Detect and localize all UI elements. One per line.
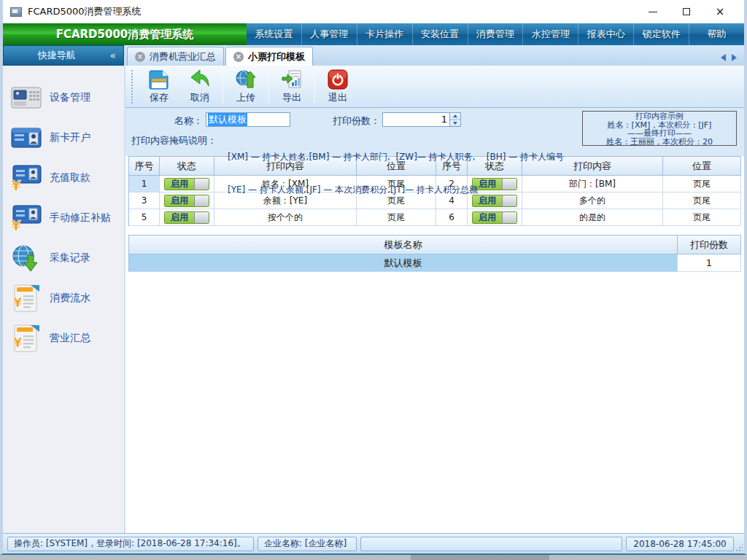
template-name-input[interactable]: 默认模板 (206, 112, 290, 127)
upload-globe-icon (235, 69, 257, 90)
tab-strip: × 消费机营业汇总 × 小票打印模板 (125, 45, 744, 66)
example-title: 打印内容示例 (583, 112, 736, 121)
print-example-box: 打印内容示例 姓名：[XM]，本次积分：[JF] ——最终打印—— 姓名：王丽丽… (582, 111, 737, 146)
template-name-cell[interactable]: 默认模板 (129, 254, 678, 272)
resize-grip[interactable] (735, 545, 743, 552)
toolbar-label: 上传 (236, 91, 255, 104)
enable-toggle[interactable]: 启用 (164, 178, 209, 190)
sidebar-item-new-card[interactable]: 新卡开户 (3, 117, 124, 158)
tab-scroll-left-icon[interactable] (721, 54, 726, 61)
statusbar: 操作员: [SYSTEM]，登录时间: [2018-06-28 17:34:16… (3, 533, 744, 553)
row-no: 5 (129, 209, 160, 226)
tab-close-icon[interactable]: × (135, 52, 145, 62)
template-list-table: 模板名称 打印份数 默认模板 1 (128, 235, 741, 272)
tab-nav (721, 54, 743, 66)
status-cell: 启用 (160, 209, 214, 226)
menu-item-lock-software[interactable]: 锁定软件 (633, 23, 689, 45)
position-cell: 页尾 (663, 176, 741, 192)
menu-item-hr[interactable]: 人事管理 (301, 23, 357, 45)
menu-item-card-ops[interactable]: 卡片操作 (357, 23, 412, 45)
menubar: FCARD5000消费管理系统 系统设置 人事管理 卡片操作 安装位置 消费管理… (3, 23, 744, 45)
toggle-knob (194, 195, 209, 206)
menu-item-help[interactable]: 帮助 (689, 23, 744, 45)
cancel-button[interactable]: 取消 (179, 68, 220, 106)
template-form: 名称： 默认模板 打印份数： 1 打印内容掩码说明： [XM] — 持卡人姓名,… (125, 108, 744, 156)
template-name-value: 默认模板 (208, 113, 247, 126)
exit-button[interactable]: 退出 (317, 68, 358, 106)
print-copies-label: 打印份数： (333, 114, 380, 128)
column-header: 序号 (129, 157, 160, 176)
tab-scroll-right-icon[interactable] (732, 54, 737, 61)
datetime-status: 2018-06-28 17:45:00 (626, 537, 734, 551)
row-no: 1 (129, 176, 160, 192)
tab-label: 消费机营业汇总 (150, 50, 216, 63)
minimize-button[interactable] (636, 0, 670, 23)
enable-toggle[interactable]: 启用 (164, 195, 209, 207)
maximize-button[interactable] (670, 0, 703, 23)
sidebar-item-label: 设备管理 (50, 91, 90, 104)
column-header: 状态 (160, 157, 214, 176)
main-panel: × 消费机营业汇总 × 小票打印模板 (125, 45, 744, 533)
app-window: FCARD5000消费管理系统 × FCARD5000消费管理系统 系统设置 人… (0, 0, 747, 555)
collapse-icon[interactable]: « (109, 50, 123, 61)
close-button[interactable]: × (703, 0, 737, 23)
empty-area (125, 272, 744, 533)
operator-status: 操作员: [SYSTEM]，登录时间: [2018-06-28 17:34:16… (7, 537, 254, 551)
print-copies-stepper[interactable]: 1 (382, 112, 461, 127)
sidebar-item-collect-records[interactable]: 采集记录 (3, 238, 124, 278)
card-yen-icon: ¥ (10, 164, 42, 192)
sidebar-item-label: 消费流水 (50, 292, 90, 305)
template-copies-cell[interactable]: 1 (678, 254, 741, 272)
menu-item-water-control[interactable]: 水控管理 (522, 23, 578, 45)
menu-item-reports[interactable]: 报表中心 (578, 23, 633, 45)
mask-description: [XM] — 持卡人姓名,[BM] — 持卡人部门, [ZW]— 持卡人职务, … (228, 130, 564, 217)
toolbar-label: 保存 (150, 91, 169, 104)
id-card-icon (10, 126, 42, 149)
tab-close-icon[interactable]: × (233, 52, 244, 62)
toolbar-grip[interactable] (131, 70, 134, 104)
app-icon (10, 7, 22, 17)
menu-item-consume-mgmt[interactable]: 消费管理 (468, 23, 523, 45)
sidebar-item-label: 充值取款 (50, 171, 90, 184)
sidebar-item-consume-flow[interactable]: ¥ 消费流水 (3, 278, 124, 318)
svg-text:¥: ¥ (11, 176, 21, 192)
status-cell: 启用 (160, 192, 214, 209)
column-header: 模板名称 (129, 236, 678, 254)
device-terminal-icon (10, 85, 42, 110)
save-button[interactable]: 保存 (139, 68, 179, 106)
menu-item-install-location[interactable]: 安装位置 (412, 23, 468, 45)
sidebar-item-label: 手动修正补贴 (50, 211, 111, 225)
spin-up-icon[interactable] (450, 113, 460, 120)
spin-down-icon[interactable] (450, 120, 460, 127)
sidebar-item-device-mgmt[interactable]: 设备管理 (3, 77, 124, 117)
toolbar: 保存 取消 上传 (125, 66, 744, 108)
sidebar-item-label: 采集记录 (50, 252, 90, 265)
sidebar-title: 快捷导航 (4, 49, 109, 62)
receipt-yen-icon: ¥ (10, 283, 42, 314)
column-header: 打印份数 (678, 236, 741, 254)
app-brand: FCARD5000消费管理系统 (3, 23, 247, 45)
titlebar: FCARD5000消费管理系统 × (3, 0, 744, 23)
sidebar-item-business-summary[interactable]: ¥ 营业汇总 (3, 318, 124, 358)
print-copies-value: 1 (383, 113, 449, 126)
tab-label: 小票打印模板 (248, 50, 305, 63)
mask-line: [XM] — 持卡人姓名,[BM] — 持卡人部门, [ZW]— 持卡人职务, … (228, 152, 564, 163)
toolbar-label: 取消 (190, 91, 209, 104)
example-line: 姓名：王丽丽，本次积分：20 (583, 138, 736, 147)
tab-consumption-summary[interactable]: × 消费机营业汇总 (127, 47, 224, 66)
upload-button[interactable]: 上传 (225, 68, 266, 106)
toggle-knob (194, 179, 209, 190)
position-cell: 页尾 (663, 209, 741, 226)
sidebar-item-recharge-withdraw[interactable]: ¥ 充值取款 (3, 158, 124, 198)
row-no: 3 (129, 192, 160, 209)
enable-toggle[interactable]: 启用 (164, 211, 209, 224)
export-button[interactable]: 导出 (271, 68, 312, 106)
tab-receipt-print-template[interactable]: × 小票打印模板 (225, 47, 313, 66)
menu-item-system-settings[interactable]: 系统设置 (247, 23, 301, 45)
receipt-yen-icon: ¥ (10, 323, 42, 354)
toggle-knob (194, 212, 209, 223)
sidebar-item-manual-subsidy[interactable]: ¥ 手动修正补贴 (3, 198, 124, 238)
sidebar-item-label: 营业汇总 (50, 332, 90, 345)
status-cell: 启用 (160, 176, 214, 192)
svg-text:¥: ¥ (13, 295, 23, 310)
